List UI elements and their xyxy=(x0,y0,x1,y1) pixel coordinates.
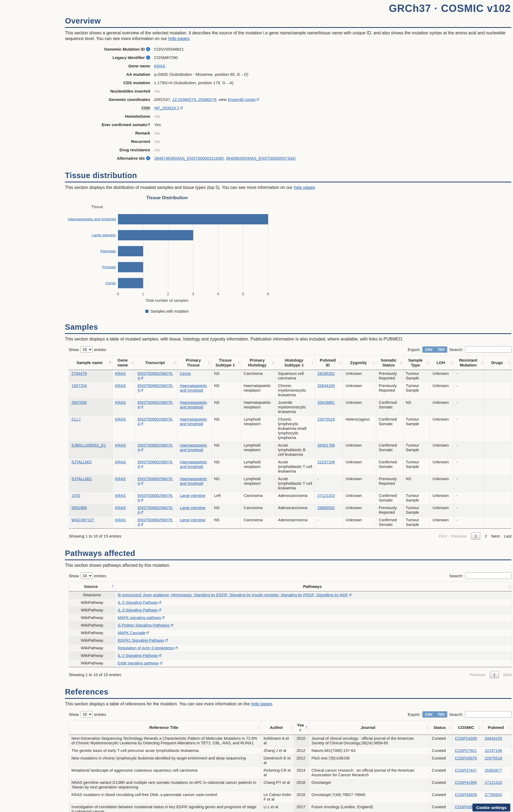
pubmed-link[interactable]: 27121310 xyxy=(485,780,502,785)
cell-link[interactable]: 2907650 xyxy=(71,400,87,405)
pathways-search-input[interactable] xyxy=(465,573,512,579)
field-value-link[interactable]: 28457463{KRAS_ENST00000311936} xyxy=(154,156,224,161)
cell-link[interactable]: CLL7 xyxy=(71,417,81,422)
cell-link[interactable]: Haematopoietic and lymphoid xyxy=(180,400,207,409)
pubmed-link[interactable]: 22237106 xyxy=(485,748,502,753)
cell-link[interactable]: SJTALL002 xyxy=(71,476,92,481)
col-header-cosmic[interactable]: COSMIC▲▼ xyxy=(452,721,482,735)
cell-link[interactable]: 2754479 xyxy=(71,371,87,376)
cell-link[interactable]: 33416891 xyxy=(318,400,335,405)
help-pages-link[interactable]: help pages xyxy=(294,185,315,190)
pathway-link[interactable]: Regulation of Actin Cytoskeleton xyxy=(118,646,174,650)
col-header-gene-name[interactable]: Gene name▲▼ xyxy=(113,356,135,370)
cell-link[interactable]: Haematopoietic and lymphoid xyxy=(180,417,207,426)
cosmic-link[interactable]: COSP27921 xyxy=(455,748,477,753)
chart-bar[interactable] xyxy=(118,246,143,256)
cell-link[interactable]: 20644105 xyxy=(318,383,335,388)
pagination-2[interactable]: 2 xyxy=(485,534,487,539)
cell-link[interactable]: 1507704 xyxy=(71,383,87,388)
chart-category-link[interactable]: Prostate xyxy=(102,265,116,269)
pubmed-link[interactable]: 27705932 xyxy=(485,792,502,797)
field-value-link[interactable]: NP_203524.1 xyxy=(154,106,179,110)
samples-search-input[interactable] xyxy=(465,346,512,353)
cell-link[interactable]: 29185262 xyxy=(318,371,335,376)
cell-link[interactable]: WGC067127 xyxy=(71,518,94,522)
cell-link[interactable]: Large intestine xyxy=(180,505,205,510)
pagination-last[interactable]: Last xyxy=(504,534,512,539)
col-header-sample-type[interactable]: Sample Type▲▼ xyxy=(403,356,430,370)
cell-link[interactable]: KRAS xyxy=(115,493,126,498)
col-header-tissue-subtype-1[interactable]: Tissue Subtype 1▲▼ xyxy=(212,356,241,370)
col-header-author[interactable]: Author▲▼ xyxy=(261,721,294,735)
references-page-size-select[interactable]: 10 xyxy=(81,711,93,718)
pagination-1[interactable]: 1 xyxy=(471,532,480,540)
cell-link[interactable]: 2651999 xyxy=(71,505,87,510)
references-search-input[interactable] xyxy=(465,711,512,718)
cell-link[interactable]: 1470 xyxy=(71,493,80,498)
col-header-resistant-mutation[interactable]: Resistant Mutation▲▼ xyxy=(454,356,485,370)
chart-category-link[interactable]: Large intestine xyxy=(92,233,116,237)
chart-bar[interactable] xyxy=(118,214,268,224)
col-header-reference-title[interactable]: Reference Title▲▼ xyxy=(69,721,261,735)
col-header-journal[interactable]: Journal▲▼ xyxy=(309,721,429,735)
pagination-1[interactable]: 1 xyxy=(490,671,499,678)
pathway-link[interactable]: ErbB signaling pathway xyxy=(118,661,159,665)
col-header-histology-subtype-1[interactable]: Histology Subtype 1▲▼ xyxy=(275,356,315,370)
info-icon[interactable]: i xyxy=(146,156,150,160)
col-header-transcript[interactable]: Transcript▲▼ xyxy=(135,356,177,370)
cookie-settings-button[interactable]: Cookie settings xyxy=(473,804,510,811)
col-header-pathways[interactable]: Pathways▲▼ xyxy=(115,582,512,591)
cell-link[interactable]: SJTALL002 xyxy=(71,460,92,464)
cell-link[interactable]: KRAS xyxy=(115,460,126,464)
cell-link[interactable]: 22675518 xyxy=(318,417,335,422)
chart-bar[interactable] xyxy=(118,278,143,288)
info-icon[interactable]: i xyxy=(146,47,150,51)
cell-link[interactable]: Haematopoietic and lymphoid xyxy=(180,443,207,452)
field-value-link[interactable]: 12:25380279..25380279 xyxy=(172,97,216,102)
export-csv-button[interactable]: CSV xyxy=(422,711,435,718)
cell-link[interactable]: Cervix xyxy=(180,371,191,376)
pathways-page-size-select[interactable]: 10 xyxy=(81,573,93,579)
cosmic-link[interactable]: COSP41994 xyxy=(455,780,477,785)
cell-link[interactable]: KRAS xyxy=(115,371,126,376)
chart-category-link[interactable]: Pancreas xyxy=(100,249,116,253)
col-header-primary-tissue[interactable]: Primary Tissue▲▼ xyxy=(177,356,212,370)
cell-link[interactable]: KRAS xyxy=(115,505,126,510)
cell-link[interactable]: KRAS xyxy=(115,417,126,422)
cell-link[interactable]: Haematopoietic and lymphoid xyxy=(180,383,207,393)
col-header-loh[interactable]: LOH▲▼ xyxy=(430,356,454,370)
help-pages-link[interactable]: help pages xyxy=(168,36,189,41)
cosmic-link[interactable]: COSP44926 xyxy=(455,792,477,797)
pathway-link[interactable]: IL-2 Signaling Pathway xyxy=(118,654,158,658)
cell-link[interactable]: 28685592 xyxy=(318,505,335,510)
export-tsv-button[interactable]: TSV xyxy=(435,346,447,353)
pathway-link[interactable]: IL-3 Signaling Pathway xyxy=(118,608,158,612)
chart-category-link[interactable]: Haematopoietic and lymphoid xyxy=(68,217,116,221)
pagination-next[interactable]: Next xyxy=(491,534,500,539)
cell-link[interactable]: Large intestine xyxy=(180,493,205,498)
pathway-link[interactable]: EGFR1 Signaling Pathway xyxy=(118,638,164,643)
help-pages-link[interactable]: help pages xyxy=(251,702,272,706)
cell-link[interactable]: KRAS xyxy=(115,476,126,481)
col-header-pubmed[interactable]: Pubmed▲▼ xyxy=(482,721,512,735)
cell-link[interactable]: 22237106 xyxy=(318,460,335,464)
export-csv-button[interactable]: CSV xyxy=(422,346,435,353)
col-header-drugs[interactable]: Drugs▲▼ xyxy=(485,356,512,370)
pubmed-link[interactable]: 22675518 xyxy=(485,756,502,760)
cell-link[interactable]: KRAS xyxy=(115,518,126,522)
cosmic-link[interactable]: COSP37447 xyxy=(455,768,477,773)
pathway-link[interactable]: G Protein Signaling Pathways xyxy=(118,623,170,628)
field-value-link[interactable]: Ensembl contig xyxy=(228,97,256,102)
col-header-sample-name[interactable]: Sample name▲▼ xyxy=(69,356,113,370)
export-tsv-button[interactable]: TSV xyxy=(435,711,447,718)
cosmic-link[interactable]: COSP28976 xyxy=(455,756,477,760)
cell-link[interactable]: KRAS xyxy=(115,443,126,447)
pubmed-link[interactable]: 20644105 xyxy=(485,736,502,741)
cell-link[interactable]: KRAS xyxy=(115,383,126,388)
cell-link[interactable]: SJBALL030052_D1 xyxy=(71,443,106,447)
cell-link[interactable]: Haematopoietic and lymphoid xyxy=(180,476,207,486)
pathway-link[interactable]: [6 processes]: Axon guidance; Hemostasis… xyxy=(118,593,348,597)
cell-link[interactable]: Haematopoietic and lymphoid xyxy=(180,460,207,469)
cell-link[interactable]: 34301788 xyxy=(318,443,335,447)
chart-bar[interactable] xyxy=(118,262,143,272)
